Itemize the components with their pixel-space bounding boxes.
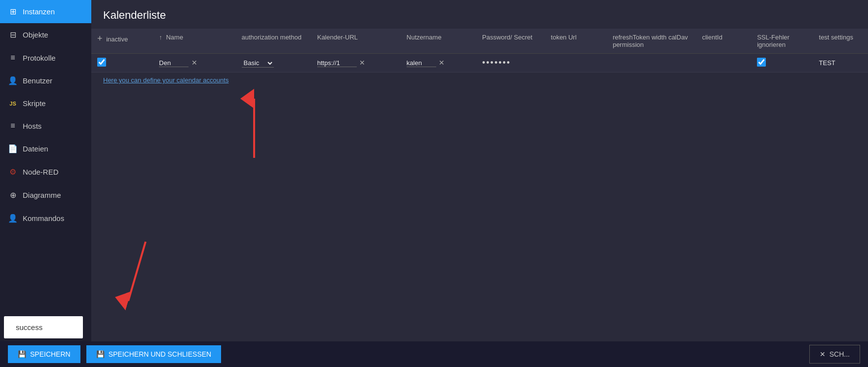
password-display: ••••••• (482, 58, 511, 68)
col-header-client: clientId (696, 29, 751, 54)
save-button[interactable]: 💾 SPEICHERN (8, 345, 80, 363)
cell-auth: Basic OAuth2 None (236, 54, 311, 73)
close-button[interactable]: ✕ SCH... (809, 345, 860, 364)
sidebar-label-dateien: Dateien (23, 145, 48, 153)
cell-refresh (607, 54, 696, 73)
col-header-token: token Url (545, 29, 606, 54)
bottom-bar: 💾 SPEICHERN 💾 SPEICHERN UND SCHLIESSEN ✕… (0, 341, 868, 367)
diagramme-icon: ⊕ (8, 190, 18, 200)
save-label: SPEICHERN (30, 350, 71, 358)
col-header-name: ↑ Name (153, 29, 235, 54)
col-header-url: Kalender-URL (311, 29, 401, 54)
nodered-icon: ⚙ (8, 167, 18, 177)
skripte-icon: JS (8, 101, 18, 107)
col-header-auth: authorization method (236, 29, 311, 54)
hosts-icon: ≡ (8, 121, 18, 130)
col-header-inactive: + inactive (91, 29, 153, 54)
sidebar-item-diagramme[interactable]: ⊕ Diagramme (0, 184, 91, 207)
kommandos-icon: 👤 (8, 214, 18, 223)
sidebar-item-dateien[interactable]: 📄 Dateien (0, 137, 91, 160)
col-header-pass: Password/ Secret (476, 29, 545, 54)
sidebar-label-nodered: Node-RED (23, 168, 59, 176)
sidebar-item-instanzen[interactable]: ⊞ Instanzen (0, 0, 91, 23)
name-input[interactable] (159, 59, 189, 67)
table-container: + inactive ↑ Name authorization method K… (91, 29, 868, 367)
benutzer-icon: 👤 (8, 76, 18, 85)
sidebar-label-benutzer: Benutzer (23, 76, 52, 85)
user-clear-button[interactable]: ✕ (439, 59, 445, 67)
calendar-accounts-link[interactable]: Here you can define your calendar accoun… (103, 76, 228, 84)
sidebar: ⊞ Instanzen ⊟ Objekte ≡ Protokolle 👤 Ben… (0, 0, 91, 367)
cell-client (696, 54, 751, 73)
cell-url: ✕ (311, 54, 401, 73)
col-header-ssl: SSL-Fehler ignorieren (751, 29, 813, 54)
sidebar-label-hosts: Hosts (23, 122, 41, 130)
success-toast: success (4, 316, 83, 338)
instanzen-icon: ⊞ (8, 7, 18, 16)
dateien-icon: 📄 (8, 144, 18, 153)
sort-name-icon[interactable]: ↑ (159, 34, 162, 41)
inactive-checkbox[interactable] (97, 58, 106, 67)
col-header-refresh: refreshToken width calDav permission (607, 29, 696, 54)
name-clear-button[interactable]: ✕ (191, 59, 197, 67)
save-close-label: SPEICHERN UND SCHLIESSEN (109, 350, 212, 358)
main-content: Kalenderliste + inactive ↑ Name authoriz… (91, 0, 868, 367)
add-row-icon[interactable]: + (97, 34, 103, 43)
save-icon: 💾 (18, 350, 26, 358)
sidebar-item-kommandos[interactable]: 👤 Kommandos (0, 207, 91, 230)
protokolle-icon: ≡ (8, 53, 18, 62)
sidebar-label-kommandos: Kommandos (23, 214, 64, 222)
sidebar-label-instanzen: Instanzen (23, 7, 55, 16)
cell-ssl (751, 54, 813, 73)
sidebar-item-node-red[interactable]: ⚙ Node-RED (0, 160, 91, 184)
url-clear-button[interactable]: ✕ (359, 59, 365, 67)
table-row: ✕ Basic OAuth2 None ✕ (91, 54, 868, 73)
sidebar-item-skripte[interactable]: JS Skripte (0, 92, 91, 114)
sidebar-item-protokolle[interactable]: ≡ Protokolle (0, 46, 91, 69)
col-header-test: test settings (813, 29, 868, 54)
table-header-row: + inactive ↑ Name authorization method K… (91, 29, 868, 54)
kalender-table: + inactive ↑ Name authorization method K… (91, 29, 868, 73)
cell-name: ✕ (153, 54, 235, 73)
col-header-user: Nutzername (401, 29, 476, 54)
calendar-accounts-link-row: Here you can define your calendar accoun… (91, 73, 868, 88)
save-close-icon: 💾 (96, 350, 105, 358)
close-x-icon: ✕ (820, 350, 826, 358)
toast-message: success (16, 323, 42, 331)
page-title: Kalenderliste (91, 0, 868, 29)
sidebar-item-objekte[interactable]: ⊟ Objekte (0, 23, 91, 46)
user-input[interactable] (407, 59, 436, 67)
url-input[interactable] (317, 59, 357, 67)
sidebar-label-skripte: Skripte (23, 99, 46, 108)
close-label: SCH... (830, 350, 850, 358)
cell-inactive (91, 54, 153, 73)
sidebar-label-objekte: Objekte (23, 31, 48, 39)
ssl-checkbox[interactable] (757, 58, 766, 67)
cell-user: ✕ (401, 54, 476, 73)
cell-token (545, 54, 606, 73)
save-close-button[interactable]: 💾 SPEICHERN UND SCHLIESSEN (86, 345, 222, 363)
sidebar-item-hosts[interactable]: ≡ Hosts (0, 114, 91, 137)
cell-test: TEST (813, 54, 868, 73)
objekte-icon: ⊟ (8, 30, 18, 39)
test-value: TEST (819, 59, 835, 67)
sidebar-label-protokolle: Protokolle (23, 54, 56, 62)
auth-select[interactable]: Basic OAuth2 None (242, 59, 274, 68)
sidebar-item-benutzer[interactable]: 👤 Benutzer (0, 69, 91, 92)
cell-pass: ••••••• (476, 54, 545, 73)
sidebar-label-diagramme: Diagramme (23, 191, 61, 199)
